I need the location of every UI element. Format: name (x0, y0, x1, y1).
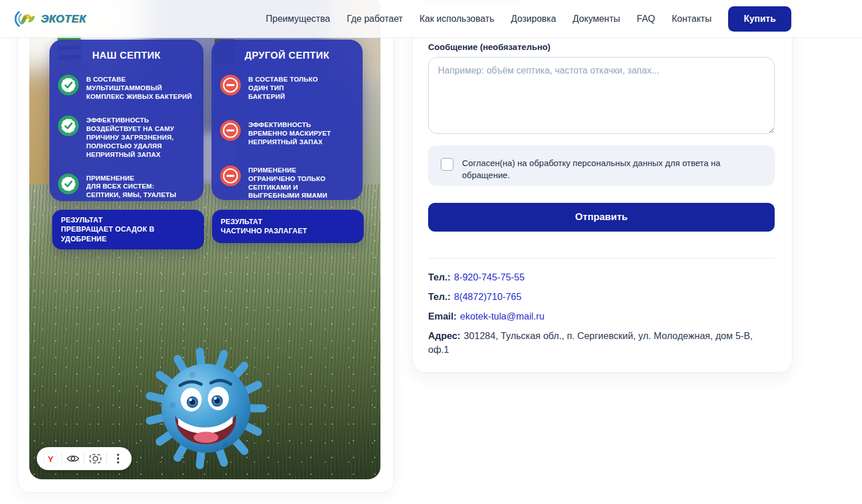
contact-email-row: Email:ekotek-tula@mail.ru (428, 310, 775, 324)
result-banner-our: РЕЗУЛЬТАТ ПРЕВРАЩАЕТ ОСАДОК В УДОБРЕНИЕ (52, 210, 204, 249)
comparison-item: ПРИМЕНЕНИЕ ОГРАНИЧЕНО ТОЛЬКО СЕПТИКАМИ И… (220, 165, 355, 201)
consent-text: Согласен(на) на обработку персональных д… (462, 157, 762, 181)
nav-item-faq[interactable]: FAQ (637, 14, 655, 24)
logo-icon (14, 7, 37, 30)
contact-phone-row: Тел.:8-920-745-75-55 (428, 271, 775, 284)
panel-other-septic: ДРУГОЙ СЕПТИК В СОСТАВЕ ТОЛЬКО ОДИН ТИП … (211, 40, 363, 200)
message-label: Сообщение (необязательно) (428, 42, 551, 52)
phone-link[interactable]: 8(4872)710-765 (454, 291, 521, 302)
site-header: ЭКОТЕК Преимущества Где работает Как исп… (0, 0, 862, 38)
result-banner-other: РЕЗУЛЬТАТ ЧАСТИЧНО РАЗЛАГАЕТ (212, 210, 364, 243)
nav-item-contacts[interactable]: Контакты (672, 14, 711, 24)
comparison-item: В СОСТАВЕ ТОЛЬКО ОДИН ТИП БАКТЕРИЙ (220, 74, 355, 101)
image-viewer-toolbar: Y (37, 447, 132, 470)
buy-button[interactable]: Купить (728, 6, 791, 32)
comparison-item: ЭФФЕКТИВНОСТЬ ВОЗДЕЙСТВУЕТ НА САМУ ПРИЧИ… (57, 115, 195, 159)
check-badge-icon (57, 115, 79, 137)
hero-image: НАШ СЕПТИК В СОСТАВЕ МУЛЬТИШТАММОВЫЙ КОМ… (29, 0, 380, 479)
divider (428, 258, 775, 259)
comparison-image-card: НАШ СЕПТИК В СОСТАВЕ МУЛЬТИШТАММОВЫЙ КОМ… (17, 0, 394, 493)
yandex-letter: Y (48, 455, 53, 463)
comparison-item-text: В СОСТАВЕ ТОЛЬКО ОДИН ТИП БАКТЕРИЙ (248, 74, 318, 101)
minus-badge-icon (220, 74, 241, 96)
comparison-item-text: ПРИМЕНЕНИЕ ДЛЯ ВСЕХ СИСТЕМ: СЕПТИКИ, ЯМЫ… (86, 173, 176, 200)
logo-text: ЭКОТЕК (41, 13, 86, 25)
comparison-item: ЭФФЕКТИВНОСТЬ ВРЕМЕННО МАСКИРУЕТ НЕПРИЯТ… (220, 120, 355, 147)
contact-form-card: Сообщение (необязательно) Согласен(на) н… (412, 0, 792, 373)
contact-label: Email: (428, 311, 457, 321)
address-text: 301284, Тульская обл., п. Сергиевский, у… (428, 330, 753, 355)
bacteria-mascot-image (144, 347, 268, 470)
panel-title: НАШ СЕПТИК (57, 50, 195, 61)
minus-badge-icon (220, 120, 241, 141)
eye-icon[interactable] (62, 447, 84, 470)
nav-item-how-to-use[interactable]: Как использовать (420, 14, 494, 24)
comparison-item-text: ПРИМЕНЕНИЕ ОГРАНИЧЕНО ТОЛЬКО СЕПТИКАМИ И… (248, 165, 328, 201)
comparison-item: В СОСТАВЕ МУЛЬТИШТАММОВЫЙ КОМПЛЕКС ЖИВЫХ… (57, 74, 195, 101)
panel-our-septic: НАШ СЕПТИК В СОСТАВЕ МУЛЬТИШТАММОВЫЙ КОМ… (49, 40, 203, 201)
consent-panel: Согласен(на) на обработку персональных д… (428, 145, 775, 186)
minus-badge-icon (220, 165, 241, 187)
nav-item-dosage[interactable]: Дозировка (511, 14, 556, 24)
message-input[interactable] (428, 57, 775, 134)
nav-item-where-works[interactable]: Где работает (347, 14, 403, 24)
check-badge-icon (57, 173, 79, 195)
nav-item-advantages[interactable]: Преимущества (266, 14, 330, 24)
main-nav: Преимущества Где работает Как использова… (266, 14, 712, 24)
comparison-item-text: В СОСТАВЕ МУЛЬТИШТАММОВЫЙ КОМПЛЕКС ЖИВЫХ… (86, 74, 195, 101)
contact-label: Тел.: (428, 291, 451, 302)
comparison-item-text: ЭФФЕКТИВНОСТЬ ВОЗДЕЙСТВУЕТ НА САМУ ПРИЧИ… (86, 115, 174, 159)
contact-phone-row: Тел.:8(4872)710-765 (428, 290, 775, 304)
more-icon[interactable] (107, 447, 129, 470)
contact-label: Адрес: (428, 330, 460, 341)
panel-title: ДРУГОЙ СЕПТИК (220, 50, 355, 61)
yandex-icon[interactable]: Y (40, 447, 61, 470)
consent-checkbox[interactable] (441, 158, 453, 171)
contact-address-row: Адрес:301284, Тульская обл., п. Сергиевс… (428, 329, 775, 357)
submit-button[interactable]: Отправить (428, 203, 775, 232)
phone-link[interactable]: 8-920-745-75-55 (454, 272, 525, 282)
contact-label: Тел.: (428, 272, 451, 282)
nav-item-documents[interactable]: Документы (573, 14, 620, 24)
comparison-item: ПРИМЕНЕНИЕ ДЛЯ ВСЕХ СИСТЕМ: СЕПТИКИ, ЯМЫ… (57, 173, 195, 200)
page: НАШ СЕПТИК В СОСТАВЕ МУЛЬТИШТАММОВЫЙ КОМ… (0, 0, 862, 504)
email-link[interactable]: ekotek-tula@mail.ru (460, 311, 545, 321)
logo[interactable]: ЭКОТЕК (14, 7, 86, 30)
camera-search-icon[interactable] (84, 447, 106, 470)
comparison-item-text: ЭФФЕКТИВНОСТЬ ВРЕМЕННО МАСКИРУЕТ НЕПРИЯТ… (248, 120, 331, 147)
check-badge-icon (57, 74, 79, 96)
